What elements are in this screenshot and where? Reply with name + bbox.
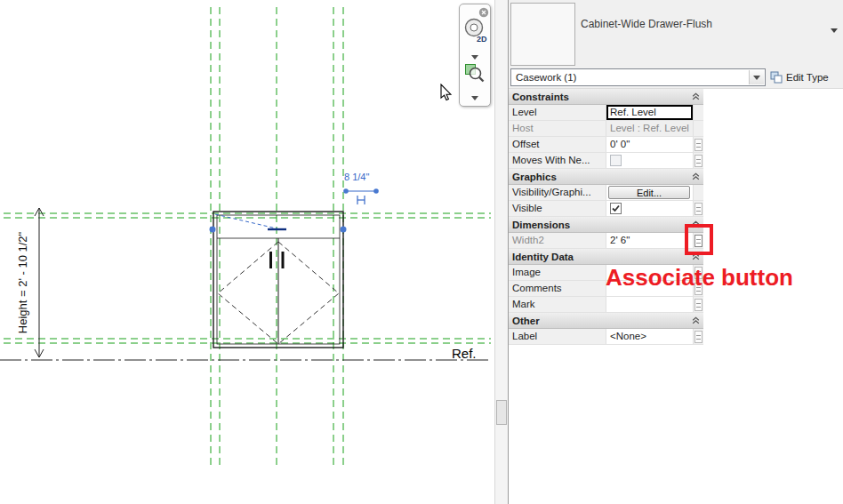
filter-combobox[interactable]: Casework (1) (510, 68, 766, 86)
property-row-host: Host Level : Ref. Level (509, 121, 703, 137)
moves-checkbox[interactable] (610, 155, 622, 166)
collapse-chevron-icon (692, 172, 700, 180)
associate-column (694, 121, 703, 136)
property-row-moves-with-nearby: Moves With Ne... (509, 153, 703, 169)
host-value-field: Level : Ref. Level (606, 121, 694, 136)
section-header-constraints[interactable]: Constraints (509, 89, 703, 105)
offset-value-field[interactable]: 0' 0" (606, 137, 694, 152)
filter-combobox-value: Casework (1) (516, 72, 576, 83)
drawing-canvas[interactable]: Ref. Height = 2' - 10 1/2" (0, 0, 494, 504)
steering-wheel-icon: 2D (462, 17, 487, 44)
section-title: Other (512, 316, 540, 326)
property-label: Host (509, 121, 606, 136)
associate-parameter-button[interactable] (694, 331, 702, 343)
collapse-chevron-icon (692, 316, 700, 324)
property-row-visible: Visible (509, 201, 703, 217)
family-elevation-view: Ref. Height = 2' - 10 1/2" (0, 0, 494, 504)
property-row-label: Label <None> (509, 329, 703, 345)
associate-column (694, 201, 703, 216)
steering-wheel-menu-caret[interactable] (460, 47, 490, 56)
associate-parameter-button[interactable] (694, 155, 702, 167)
zoom-icon (464, 63, 486, 84)
level-value-field[interactable]: Ref. Level (606, 105, 694, 120)
chevron-down-icon (753, 76, 760, 80)
associate-parameter-button[interactable] (694, 299, 702, 311)
edit-type-button[interactable]: Edit Type (768, 68, 843, 86)
chevron-down-icon (471, 55, 478, 60)
associate-parameter-button[interactable] (694, 203, 702, 215)
zoom-button[interactable] (462, 63, 487, 88)
section-header-other[interactable]: Other (509, 313, 703, 329)
wheel-2d-label: 2D (477, 35, 487, 44)
visibility-value-cell: Edit... (606, 185, 694, 200)
annotation-label: Associate button (606, 264, 793, 292)
property-label: Moves With Ne... (509, 153, 606, 168)
associate-column (694, 233, 703, 248)
check-icon (611, 204, 621, 213)
section-title: Dimensions (512, 220, 570, 230)
type-preview-image (510, 3, 575, 66)
navbar-close-button[interactable] (478, 5, 489, 16)
ref-level-label: Ref. (452, 346, 477, 361)
associate-column (694, 137, 703, 152)
property-label: Offset (509, 137, 606, 152)
associate-column (694, 105, 703, 120)
moves-value-cell (606, 153, 694, 168)
property-label: Visibility/Graphi... (509, 185, 606, 200)
property-row-visibility: Visibility/Graphi... Edit... (509, 185, 703, 201)
collapse-chevron-icon (692, 92, 700, 100)
height-dimension-label: Height = 2' - 10 1/2" (16, 231, 29, 333)
width-dimension[interactable]: 8 1/4" (343, 172, 379, 204)
property-label: Image (509, 265, 606, 280)
cabinet-elevation[interactable] (213, 212, 343, 348)
section-title: Identity Data (512, 252, 574, 262)
property-grid: Constraints Level Ref. Level Host Level … (509, 89, 703, 345)
label-value-field[interactable]: <None> (606, 329, 694, 344)
mouse-cursor (440, 84, 454, 101)
properties-palette: Cabinet-Wide Drawer-Flush Casework (1) E… (508, 0, 843, 504)
type-selector-arrow-icon[interactable] (831, 28, 838, 33)
associate-column (694, 185, 703, 200)
section-header-graphics[interactable]: Graphics (509, 169, 703, 185)
mark-value-field[interactable] (606, 297, 694, 312)
width-dimension-label: 8 1/4" (344, 172, 369, 182)
section-header-identity-data[interactable]: Identity Data (509, 249, 703, 265)
section-title: Graphics (512, 172, 557, 182)
shape-handle-controls[interactable] (210, 214, 347, 233)
type-selector[interactable]: Cabinet-Wide Drawer-Flush Casework (1) E… (509, 0, 843, 89)
property-label: Width2 (509, 233, 606, 248)
scrollbar-thumb[interactable] (496, 400, 507, 425)
close-icon (478, 7, 489, 18)
collapse-chevron-icon (692, 220, 700, 228)
collapse-chevron-icon (692, 252, 700, 260)
type-name: Cabinet-Wide Drawer-Flush (581, 18, 716, 31)
property-row-mark: Mark (509, 297, 703, 313)
property-row-width2: Width2 2' 6" (509, 233, 703, 249)
associate-column (694, 329, 703, 344)
visible-checkbox[interactable] (610, 203, 622, 214)
associate-column (694, 153, 703, 168)
property-row-offset: Offset 0' 0" (509, 137, 703, 153)
edit-type-icon (770, 71, 783, 84)
chevron-down-icon (471, 96, 478, 100)
section-title: Constraints (512, 92, 569, 102)
combobox-arrow[interactable] (749, 70, 764, 84)
visibility-edit-button[interactable]: Edit... (608, 186, 690, 199)
canvas-scrollbar[interactable] (494, 0, 508, 504)
property-row-level: Level Ref. Level (509, 105, 703, 121)
property-label: Comments (509, 281, 606, 296)
edit-type-label: Edit Type (786, 72, 829, 83)
property-label: Level (509, 105, 606, 120)
width2-associate-parameter-button[interactable] (694, 235, 702, 247)
property-label: Label (509, 329, 606, 344)
steering-wheel-button[interactable]: 2D (462, 17, 487, 47)
zoom-menu-caret[interactable] (460, 88, 490, 97)
section-header-dimensions[interactable]: Dimensions (509, 217, 703, 233)
property-label: Mark (509, 297, 606, 312)
visible-value-cell (606, 201, 694, 216)
associate-parameter-button[interactable] (694, 139, 702, 151)
navigation-bar: 2D (459, 4, 491, 107)
width2-value-field[interactable]: 2' 6" (606, 233, 694, 248)
associate-column (694, 297, 703, 312)
height-dimension[interactable]: Height = 2' - 10 1/2" (16, 208, 44, 357)
